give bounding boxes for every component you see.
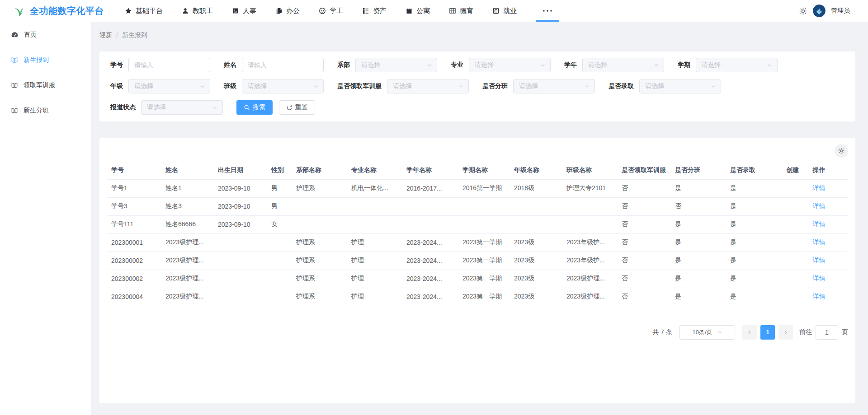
page-1-button[interactable]: 1	[760, 325, 775, 340]
nav-item-教职工[interactable]: 教职工	[182, 0, 213, 22]
table-row: 学号3姓名32023-09-10男否否是详情	[107, 197, 848, 215]
settings-gear-icon[interactable]	[799, 7, 807, 15]
filter-select-4[interactable]: 请选择	[582, 58, 664, 72]
nav-item-公寓[interactable]: 公寓	[406, 0, 430, 22]
reset-button[interactable]: 重置	[279, 100, 315, 115]
staff-icon	[182, 7, 189, 14]
chevron-down-icon	[540, 62, 546, 68]
table-cell: 2023-2024...	[402, 270, 458, 288]
detail-link[interactable]: 详情	[813, 275, 826, 282]
apartment-icon	[406, 7, 413, 14]
pagination: 共 7 条 10条/页 1 前往 页	[107, 325, 848, 340]
nav-item-基础平台[interactable]: 基础平台	[125, 0, 163, 22]
table-cell	[267, 270, 292, 288]
nav-item-label: 德育	[460, 7, 473, 15]
sidebar-item-首页[interactable]: 首页	[0, 26, 91, 44]
chevron-down-icon	[458, 84, 464, 89]
column-header-11: 是否分班	[670, 161, 726, 179]
chevron-down-icon	[313, 84, 319, 89]
nav-item-办公[interactable]: 办公	[275, 0, 300, 22]
filter-select-8[interactable]: 请选择	[387, 79, 469, 93]
filter-panel: 学号姓名系部请选择专业请选择学年请选择学期请选择年级请选择班级请选择是否领取军训…	[99, 51, 855, 121]
table-cell: 否	[617, 288, 670, 306]
nav-item-德育[interactable]: 德育	[449, 0, 473, 22]
nav-item-label: 资产	[373, 7, 387, 15]
detail-link[interactable]: 详情	[813, 220, 826, 228]
filter-item: 系部请选择	[337, 58, 437, 72]
table-panel: 学号姓名出生日期性别系部名称专业名称学年名称学期名称年级名称班级名称是否领取军训…	[99, 138, 855, 403]
table-row: 学号1姓名12023-09-10男护理系机电一体化...2016-2017...…	[107, 179, 848, 197]
filter-select-6[interactable]: 请选择	[128, 79, 210, 93]
star-icon	[125, 7, 132, 14]
table-cell: 2023年级护...	[562, 252, 617, 270]
detail-link[interactable]: 详情	[813, 184, 826, 191]
detail-link[interactable]: 详情	[813, 202, 826, 210]
table-cell	[267, 288, 292, 306]
filter-select-3[interactable]: 请选择	[469, 58, 551, 72]
filter-input-1[interactable]	[242, 58, 324, 72]
filter-label: 学期	[678, 61, 690, 69]
filter-item: 学号	[110, 58, 210, 72]
filter-select-5[interactable]: 请选择	[696, 58, 778, 72]
detail-link[interactable]: 详情	[813, 256, 826, 264]
table-cell: 否	[670, 197, 726, 215]
book-icon	[11, 56, 18, 64]
table-cell: 2023第一学期	[458, 288, 509, 306]
nav-item-学工[interactable]: 学工	[319, 0, 343, 22]
brand[interactable]: 全功能数字化平台	[14, 5, 104, 17]
admin-label[interactable]: 管理员	[831, 7, 850, 15]
table-cell: 护理大专2101	[562, 179, 617, 197]
nav-item-就业[interactable]: 就业	[492, 0, 517, 22]
filter-select-11[interactable]: 请选择	[141, 100, 223, 115]
table-cell: 是	[726, 252, 782, 270]
actions-cell: 详情	[808, 288, 848, 306]
filter-item: 是否领取军训服请选择	[337, 79, 469, 93]
chevron-left-icon	[747, 330, 752, 335]
actions-cell: 详情	[808, 197, 848, 215]
brand-logo-icon	[14, 5, 25, 17]
nav-item-人事[interactable]: 人事	[232, 0, 256, 22]
filter-select-7[interactable]: 请选择	[242, 79, 324, 93]
main-layout: 首页新生报到领取军训服新生分班 迎新/新生报到 学号姓名系部请选择专业请选择学年…	[0, 22, 868, 415]
next-page-button[interactable]	[778, 325, 793, 340]
search-button[interactable]: 搜索	[236, 100, 273, 115]
sidebar-item-新生报到[interactable]: 新生报到	[0, 51, 91, 69]
table-cell	[782, 270, 808, 288]
filter-item: 学期请选择	[678, 58, 778, 72]
table-cell: 姓名66666	[161, 215, 213, 233]
page-size-select[interactable]: 10条/页	[679, 325, 735, 340]
sidebar-item-新生分班[interactable]: 新生分班	[0, 102, 91, 120]
filter-select-10[interactable]: 请选择	[639, 79, 721, 93]
filter-select-2[interactable]: 请选择	[355, 58, 437, 72]
table-cell: 学号111	[107, 215, 161, 233]
prev-page-button[interactable]	[742, 325, 757, 340]
table-cell	[509, 215, 562, 233]
table-cell: 2023-2024...	[402, 252, 458, 270]
table-cell: 2023级护理...	[161, 233, 213, 252]
table-settings-button[interactable]	[835, 144, 848, 158]
avatar[interactable]	[813, 5, 826, 17]
actions-cell: 详情	[808, 215, 848, 233]
breadcrumb-item[interactable]: 迎新	[99, 31, 112, 39]
filter-label: 是否分班	[482, 82, 508, 90]
filter-item: 是否分班请选择	[482, 79, 595, 93]
filter-item: 班级请选择	[224, 79, 324, 93]
filter-input-0[interactable]	[128, 58, 210, 72]
filter-item: 姓名	[224, 58, 324, 72]
table-cell: 2023级护理...	[161, 252, 213, 270]
detail-link[interactable]: 详情	[813, 293, 826, 300]
goto-page-input[interactable]	[816, 325, 838, 340]
detail-link[interactable]: 详情	[813, 238, 826, 246]
nav-item-more[interactable]	[536, 0, 559, 22]
nav-item-资产[interactable]: 资产	[362, 0, 387, 22]
sidebar-item-领取军训服[interactable]: 领取军训服	[0, 76, 91, 94]
table-cell	[782, 252, 808, 270]
nav-item-label: 办公	[286, 7, 300, 15]
table-cell: 2023-2024...	[402, 288, 458, 306]
chevron-down-icon	[653, 62, 659, 68]
chevron-down-icon	[199, 84, 205, 89]
filter-select-9[interactable]: 请选择	[513, 79, 595, 93]
table-cell: 2023年级护...	[562, 233, 617, 252]
filter-item: 年级请选择	[110, 79, 210, 93]
table-cell: 学号1	[107, 179, 161, 197]
